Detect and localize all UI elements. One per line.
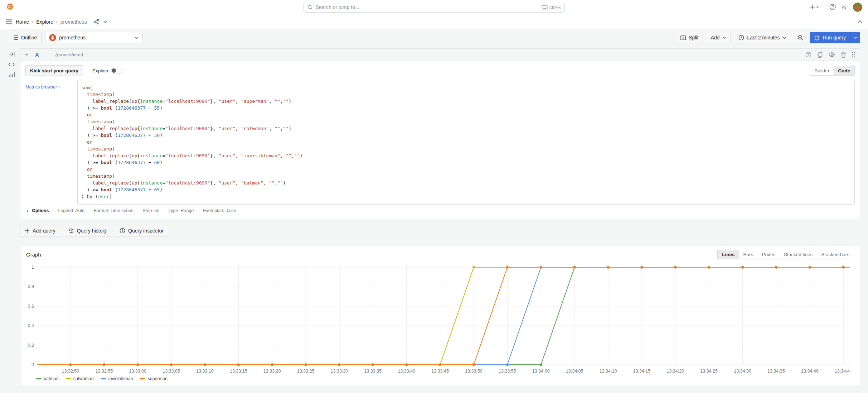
help-icon[interactable] — [829, 4, 836, 10]
outline-button[interactable]: Outline — [8, 32, 42, 43]
chevron-down-icon[interactable] — [103, 20, 107, 23]
duplicate-query-icon[interactable] — [817, 52, 823, 58]
explore-content: Outline prometheus — [0, 29, 868, 385]
breadcrumb-datasource[interactable]: prometheus — [60, 19, 87, 25]
history-icon — [68, 228, 74, 234]
run-query-button[interactable]: Run query — [810, 32, 860, 43]
explain-label: Explain — [92, 68, 108, 73]
metrics-browser-link[interactable]: Metrics browser › — [25, 85, 60, 90]
svg-text:13:34:05: 13:34:05 — [566, 369, 583, 374]
grafana-logo[interactable] — [6, 3, 14, 11]
svg-text:13:32:50: 13:32:50 — [62, 369, 79, 374]
options-format: Format: Time series — [94, 208, 133, 213]
options-step: Step: 5s — [143, 208, 159, 213]
plus-icon — [25, 228, 30, 233]
svg-text:13:34:15: 13:34:15 — [633, 369, 651, 374]
news-icon[interactable] — [841, 4, 848, 10]
breadcrumb-home[interactable]: Home — [16, 19, 29, 25]
time-range-picker[interactable]: Last 2 minutes — [734, 32, 791, 43]
run-query-dropdown[interactable] — [850, 32, 860, 43]
add-query-label: Add query — [33, 228, 55, 234]
query-inspector-button[interactable]: Query inspector — [115, 225, 168, 236]
share-icon[interactable] — [93, 19, 100, 25]
time-series-chart[interactable]: 00.20.40.60.8113:32:5013:32:5513:33:0013… — [20, 261, 860, 375]
svg-text:0.8: 0.8 — [28, 284, 34, 289]
graph-style-points[interactable]: Points — [757, 250, 780, 259]
drag-handle-icon[interactable] — [852, 52, 855, 58]
svg-text:0.6: 0.6 — [28, 304, 34, 309]
graph-style-stacked-bars[interactable]: Stacked bars — [817, 250, 854, 259]
user-avatar[interactable] — [853, 3, 862, 12]
options-title[interactable]: Options — [32, 208, 49, 213]
outline-icon — [13, 35, 18, 40]
svg-text:13:32:55: 13:32:55 — [95, 369, 113, 374]
content-outline-rail — [3, 48, 20, 385]
remove-query-icon[interactable] — [841, 52, 846, 58]
graph-outline-icon[interactable] — [9, 72, 15, 77]
queries-outline-icon[interactable] — [8, 62, 15, 67]
explain-toggle[interactable] — [111, 68, 122, 73]
legend-swatch — [66, 378, 71, 379]
time-range-label: Last 2 minutes — [747, 35, 780, 40]
query-editor-panel: A (prometheus) — [20, 48, 860, 219]
add-query-button[interactable]: Add query — [20, 225, 60, 236]
shortcut-text: ctrl+k — [549, 5, 561, 10]
svg-text:13:33:05: 13:33:05 — [163, 369, 180, 374]
chevron-down-icon — [722, 37, 726, 39]
graph-style-stacked-lines[interactable]: Stacked lines — [780, 250, 817, 259]
breadcrumb-explore[interactable]: Explore — [36, 19, 53, 25]
chevron-down-icon — [135, 37, 139, 39]
svg-text:13:33:45: 13:33:45 — [431, 369, 449, 374]
code-mode-option[interactable]: Code — [834, 66, 854, 75]
legend-item-catwoman[interactable]: catwoman — [66, 376, 94, 381]
query-history-label: Query history — [77, 228, 107, 234]
svg-text:13:33:35: 13:33:35 — [364, 369, 382, 374]
query-help-icon[interactable] — [805, 52, 811, 58]
search-input[interactable]: Search or jump to... ctrl+k — [304, 2, 565, 13]
query-row-header[interactable]: A (prometheus) — [20, 49, 860, 61]
graph-style-toggle: LinesBarsPointsStacked linesStacked bars — [717, 250, 854, 259]
graph-style-lines[interactable]: Lines — [718, 250, 739, 259]
legend-item-batman[interactable]: batman — [36, 376, 59, 381]
explore-toolbar: Outline prometheus — [8, 32, 860, 43]
svg-text:13:33:20: 13:33:20 — [263, 369, 281, 374]
promql-code-editor[interactable]: sum( timestamp( label_replace(up{instanc… — [77, 81, 855, 205]
collapse-topbar-icon[interactable] — [857, 20, 862, 23]
legend-item-invisibleman[interactable]: invisibleman — [101, 376, 133, 381]
refresh-icon — [814, 35, 820, 40]
split-label: Split — [689, 35, 698, 40]
split-button[interactable]: Split — [676, 32, 703, 43]
breadcrumb: Home › Explore › prometheus — [16, 19, 87, 25]
legend-item-superman[interactable]: superman — [140, 376, 168, 381]
graph-style-bars[interactable]: Bars — [739, 250, 758, 259]
svg-text:13:34:00: 13:34:00 — [532, 369, 550, 374]
zoom-out-button[interactable] — [794, 32, 807, 43]
expand-outline-icon[interactable] — [8, 51, 15, 57]
builder-mode-option[interactable]: Builder — [810, 66, 834, 75]
query-history-button[interactable]: Query history — [64, 225, 111, 236]
new-dropdown-button[interactable] — [810, 4, 819, 10]
hide-response-icon[interactable] — [829, 52, 835, 57]
clock-icon — [738, 35, 744, 40]
menu-icon[interactable] — [6, 19, 12, 24]
add-dropdown-button[interactable]: Add — [706, 32, 731, 43]
graph-panel: Graph LinesBarsPointsStacked linesStacke… — [20, 245, 860, 385]
datasource-picker[interactable]: prometheus — [45, 32, 142, 43]
options-expand-icon[interactable]: › — [27, 208, 28, 213]
search-icon — [307, 5, 313, 10]
query-footer: Add query Query history — [20, 225, 860, 236]
prometheus-logo — [49, 34, 56, 41]
keyboard-icon — [542, 5, 548, 10]
svg-text:0: 0 — [31, 362, 34, 367]
chevron-right-icon: › — [32, 19, 33, 24]
query-options-row: › Options Legend: Auto Format: Time seri… — [25, 205, 855, 217]
svg-text:13:33:00: 13:33:00 — [129, 369, 146, 374]
chevron-down-icon[interactable] — [25, 53, 29, 56]
top-bar: Search or jump to... ctrl+k — [0, 0, 868, 14]
svg-text:13:33:55: 13:33:55 — [499, 369, 516, 374]
datasource-name: prometheus — [59, 35, 86, 40]
svg-text:1: 1 — [31, 265, 34, 270]
svg-text:13:33:15: 13:33:15 — [230, 369, 247, 374]
search-placeholder: Search or jump to... — [316, 4, 539, 10]
kick-start-query-button[interactable]: Kick start your query — [25, 65, 83, 76]
